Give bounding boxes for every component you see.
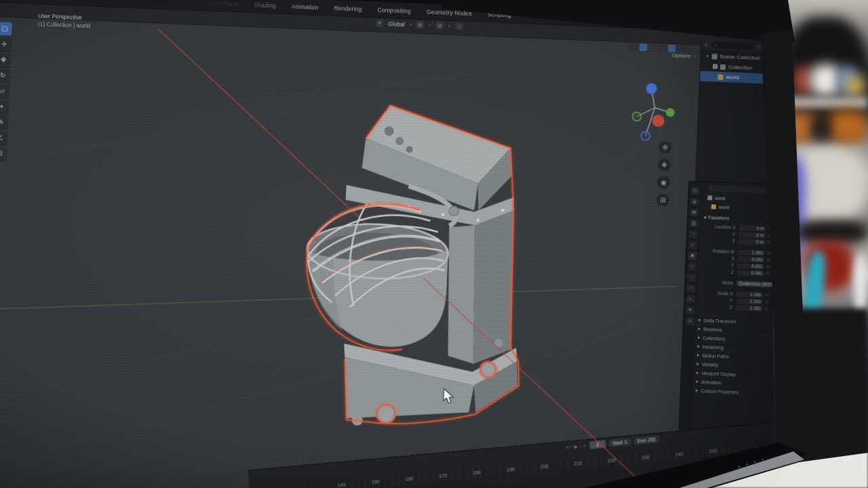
scale-y-field[interactable]: 1.000 [736,298,763,305]
collection-icon [720,64,726,69]
tab-particles[interactable]: ∴ [687,273,696,282]
axis-y-negative-handle[interactable] [632,112,642,121]
jump-to-start-icon[interactable]: « [566,445,569,450]
photo-of-monitor: Texture Paint Shading Animation Renderin… [0,0,868,488]
mixer-model[interactable] [296,101,541,462]
transform-tool[interactable]: ⌖ [0,100,9,114]
tab-compositing[interactable]: Compositing [374,5,414,16]
axis-z-negative-handle[interactable] [641,131,650,141]
rotation-y-field[interactable]: 0.000 [737,263,764,270]
outliner-search-input[interactable]: ⌕ [711,41,753,49]
lock-icon[interactable] [768,241,771,244]
tab-material[interactable]: ◎ [685,317,694,325]
mesh-icon [711,205,716,209]
tab-modifiers[interactable]: ⌂ [687,262,696,271]
lock-icon[interactable] [768,234,771,237]
next-frame-icon[interactable]: › [580,443,582,449]
jump-to-end-icon[interactable]: » [583,443,587,449]
annotate-tool[interactable]: ✎ [0,115,8,129]
scale-tool[interactable]: ▱ [0,84,9,98]
tab-constraints[interactable]: ⌗ [686,295,695,304]
move-tool[interactable]: ✥ [0,53,11,67]
axis-y-handle[interactable] [666,108,675,117]
add-cube-tool[interactable]: ⊞ [0,146,7,161]
camera-view-icon[interactable]: ◉ [657,176,671,189]
tab-render[interactable]: ◍ [690,197,698,206]
add-workspace-button[interactable]: + [524,11,533,21]
timeline-fields: « ‹ ▶ › » 1 Start1 End250 [566,435,659,451]
tab-shading[interactable]: Shading [251,0,279,11]
pivot-point-icon[interactable]: ◎ [416,21,424,28]
proportional-editing-icon[interactable]: ◌ [455,22,462,30]
lock-icon[interactable] [766,293,769,297]
yellow-object [846,76,865,96]
orientation-gizmo-icon[interactable]: ⌖ [376,19,383,26]
previous-frame-icon[interactable]: ‹ [570,444,572,449]
shading-rendered-icon[interactable] [687,45,694,53]
tab-object-data[interactable]: ▼ [686,306,694,314]
lock-icon[interactable] [767,251,770,255]
rotation-x-field[interactable]: 0.000 [738,256,765,263]
grid-line [24,109,305,158]
scale-z-field[interactable]: 1.000 [736,305,763,312]
tab-scene[interactable]: ◔ [688,230,697,239]
show-gizmo-icon[interactable] [630,43,637,51]
shelf-plank [773,97,868,108]
tab-world[interactable]: ◐ [688,241,697,249]
viewport-view-buttons: ⊕ ✥ ◉ ⊞ [656,140,672,207]
tab-tool[interactable]: ◳ [690,186,699,195]
measure-tool[interactable]: ∠ [0,131,7,145]
rotate-tool[interactable]: ↻ [0,68,10,83]
orange-object [826,110,868,144]
rotation-z-field[interactable]: 0.000 [737,270,764,277]
location-y-field[interactable]: 0 m [738,232,766,239]
location-x-field[interactable]: 0 m [738,225,766,232]
lock-icon[interactable] [766,272,770,275]
rotation-w-field[interactable]: 1.000 [738,249,765,256]
shading-solid-icon[interactable] [668,45,675,52]
disclosure-icon[interactable]: ▾ [707,54,709,59]
select-box-tool[interactable]: ▢ [0,22,12,36]
show-overlays-icon[interactable] [639,43,647,51]
location-z-field[interactable]: 0 m [738,239,766,245]
background-room [773,0,868,488]
lock-icon[interactable] [766,265,770,268]
axis-z-handle[interactable] [646,83,657,95]
lock-icon[interactable] [768,227,771,230]
scale-x-field[interactable]: 1.000 [736,291,764,298]
axis-x-handle[interactable] [652,115,665,127]
tab-animation[interactable]: Animation [289,1,321,12]
editor-type-icon[interactable]: ≡ [705,41,708,47]
disclosure-icon: ▾ [704,215,707,220]
desk-shadow [773,308,868,488]
tab-scripting[interactable]: Scripting [485,9,514,20]
collection-checkbox[interactable]: ✓ [713,64,717,68]
shading-wireframe-icon[interactable] [658,44,666,52]
cursor-tool[interactable]: ✛ [0,37,12,52]
tab-physics[interactable]: ◠ [686,284,695,293]
frame-start-field[interactable]: Start1 [609,438,631,447]
tab-rendering[interactable]: Rendering [331,3,365,14]
pan-hand-icon[interactable]: ✥ [658,158,671,171]
zoom-icon[interactable]: ⊕ [658,140,672,154]
transform-orientation-dropdown[interactable]: Global [388,20,405,28]
tab-view-layer[interactable]: ▥ [689,219,698,228]
tab-output[interactable]: ▤ [690,208,698,217]
navigation-gizmo[interactable] [626,77,683,153]
lock-icon[interactable] [765,300,768,304]
filter-icon[interactable]: ▽ [757,44,761,49]
tab-object[interactable]: ■ [688,251,696,260]
lock-icon[interactable] [765,307,768,310]
viewport-collection-label: (1) Collection | world [38,20,91,29]
viewport-options-dropdown[interactable]: Options˅ [672,52,696,59]
frame-end-field[interactable]: End250 [633,435,659,445]
play-icon[interactable]: ▶ [574,444,578,449]
toggle-xray-icon[interactable] [649,44,656,52]
shading-material-icon[interactable] [677,45,685,52]
toggle-perspective-icon[interactable]: ⊞ [656,193,670,207]
tab-texture-paint[interactable]: Texture Paint [200,0,241,9]
tab-geometry-nodes[interactable]: Geometry Nodes [424,7,475,18]
snap-magnet-icon[interactable]: ∪ [436,22,443,29]
lock-icon[interactable] [767,258,770,262]
properties-search-input[interactable]: ⌕ [708,185,766,193]
